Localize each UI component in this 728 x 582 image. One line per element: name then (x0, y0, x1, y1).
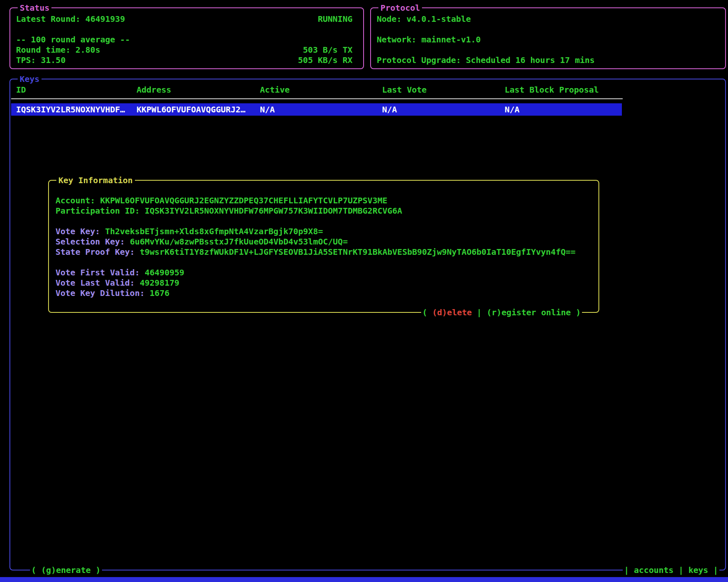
vote-last-valid-value: 49298179 (140, 278, 179, 288)
selection-key-value: 6u6MvYKu/w8zwPBsstxJ7fkUueOD4VbD4v53lmOC… (130, 237, 348, 247)
network-line: Network: mainnet-v1.0 (377, 35, 714, 45)
row-cell-active: N/A (260, 103, 382, 116)
delete-action[interactable]: (d)elete (432, 307, 472, 317)
row-cell-last-block-proposal: N/A (505, 103, 622, 116)
blank-line (16, 24, 352, 35)
blank-line (377, 24, 714, 35)
node-state-badge: RUNNING (318, 14, 352, 24)
tps-line: TPS: 31.50 505 KB/s RX (16, 55, 352, 65)
bottom-window-edge (0, 577, 728, 582)
status-panel: Status Latest Round: 46491939 RUNNING --… (9, 7, 364, 69)
vote-key-label: Vote Key: (56, 226, 100, 236)
key-information-panel: Key Information Account: KKPWL6OFVUFOAVQ… (48, 180, 599, 313)
state-proof-key-line: State Proof Key: t9wsrK6tiT1Y8zfWUkDF1V+… (56, 247, 598, 257)
tps: TPS: 31.50 (16, 55, 65, 65)
vote-last-valid-label: Vote Last Valid: (56, 278, 135, 288)
vote-key-line: Vote Key: Th2veksbETjsmn+Xlds8xGfmpNtA4V… (56, 226, 598, 237)
participation-id-value: IQSK3IYV2LR5NOXNYVHDFW76MPGW757K3WIIDOM7… (145, 206, 402, 216)
round-time-line: Round time: 2.80s 503 B/s TX (16, 45, 352, 55)
round-average-header: -- 100 round average -- (16, 35, 352, 45)
column-header-address: Address (137, 84, 260, 95)
blank-line (56, 257, 598, 268)
status-panel-title: Status (18, 3, 51, 13)
participation-id-line: Participation ID: IQSK3IYV2LR5NOXNYVHDFW… (56, 206, 598, 216)
blank-line (377, 45, 714, 55)
account-label: Account: (56, 196, 95, 205)
keys-panel-title: Keys (18, 74, 42, 84)
protocol-panel-title: Protocol (378, 3, 422, 13)
vote-last-valid-line: Vote Last Valid: 49298179 (56, 278, 598, 288)
row-cell-address: KKPWL6OFVUFOAVQGGURJ2… (137, 103, 260, 116)
node-version-label: Node: (377, 14, 401, 24)
vote-key-dilution-line: Vote Key Dilution: 1676 (56, 288, 598, 298)
column-header-id: ID (16, 84, 137, 95)
latest-round-line: Latest Round: 46491939 RUNNING (16, 14, 352, 24)
column-header-last-block-proposal: Last Block Proposal (505, 84, 725, 95)
vote-first-valid-value: 46490959 (145, 268, 184, 277)
nav-item-keys[interactable]: keys (689, 565, 708, 575)
round-time-value: 2.80s (76, 45, 100, 55)
protocol-upgrade-line: Protocol Upgrade: Scheduled 16 hours 17 … (377, 55, 714, 65)
keys-table-header: ID Address Active Last Vote Last Block P… (10, 84, 725, 95)
state-proof-key-value: t9wsrK6tiT1Y8zfWUkDF1V+LJGFYSEOVB1JiA5SE… (140, 247, 576, 257)
vote-key-dilution-label: Vote Key Dilution: (56, 288, 145, 298)
vote-key-dilution-value: 1676 (150, 288, 169, 298)
row-cell-id: IQSK3IYV2LR5NOXNYVHDF… (16, 103, 137, 116)
blank-line (56, 216, 598, 226)
node-version-line: Node: v4.0.1-stable (377, 14, 714, 24)
latest-round-label: Latest Round: (16, 14, 81, 24)
latest-round: Latest Round: 46491939 (16, 14, 125, 24)
column-header-active: Active (260, 84, 382, 95)
latest-round-value: 46491939 (86, 14, 125, 24)
table-header-separator (11, 98, 623, 99)
vote-first-valid-line: Vote First Valid: 46490959 (56, 268, 598, 278)
actions-divider: | (472, 307, 487, 317)
nav-divider: | (674, 565, 689, 575)
top-row: Status Latest Round: 46491939 RUNNING --… (9, 7, 726, 69)
tps-label: TPS: (16, 55, 36, 65)
row-cell-last-vote: N/A (382, 103, 505, 116)
network-label: Network: (377, 35, 416, 44)
vote-key-value: Th2veksbETjsmn+Xlds8xGfmpNtA4VzarBgjk70p… (105, 226, 323, 236)
node-version-value: v4.0.1-stable (406, 14, 471, 24)
keys-panel: Keys ID Address Active Last Vote Last Bl… (9, 79, 726, 570)
actions-close-paren: ) (571, 307, 581, 317)
account-value: KKPWL6OFVUFOAVQGGURJ2EGNZYZZDPEQ37CHEFLL… (100, 196, 387, 205)
generate-button[interactable]: ( (g)enerate ) (30, 565, 102, 575)
participation-id-label: Participation ID: (56, 206, 140, 216)
nav-divider: | (708, 565, 718, 575)
tps-value: 31.50 (41, 55, 65, 65)
protocol-panel: Protocol Node: v4.0.1-stable Network: ma… (370, 7, 726, 69)
register-online-action[interactable]: (r)egister online (487, 307, 571, 317)
key-actions: ( (d)elete | (r)egister online ) (421, 307, 582, 317)
vote-first-valid-label: Vote First Valid: (56, 268, 140, 277)
state-proof-key-label: State Proof Key: (56, 247, 135, 257)
round-time-label: Round time: (16, 45, 70, 55)
protocol-upgrade-value: Scheduled 16 hours 17 mins (466, 55, 595, 65)
nav-divider: | (624, 565, 634, 575)
node-tui-app: Status Latest Round: 46491939 RUNNING --… (0, 0, 728, 582)
actions-open-paren: ( (422, 307, 432, 317)
nav-item-accounts[interactable]: accounts (634, 565, 673, 575)
account-line: Account: KKPWL6OFVUFOAVQGGURJ2EGNZYZZDPE… (56, 196, 598, 206)
key-information-title: Key Information (56, 175, 135, 185)
selection-key-line: Selection Key: 6u6MvYKu/w8zwPBsstxJ7fkUu… (56, 237, 598, 247)
round-time: Round time: 2.80s (16, 45, 100, 55)
tx-rate: 503 B/s TX (303, 45, 352, 55)
table-row[interactable]: IQSK3IYV2LR5NOXNYVHDF… KKPWL6OFVUFOAVQGG… (11, 103, 622, 116)
network-value: mainnet-v1.0 (421, 35, 481, 44)
protocol-upgrade-label: Protocol Upgrade: (377, 55, 461, 65)
bottom-nav: | accounts | keys | (623, 565, 719, 575)
rx-rate: 505 KB/s RX (298, 55, 352, 65)
selection-key-label: Selection Key: (56, 237, 125, 247)
column-header-last-vote: Last Vote (382, 84, 505, 95)
